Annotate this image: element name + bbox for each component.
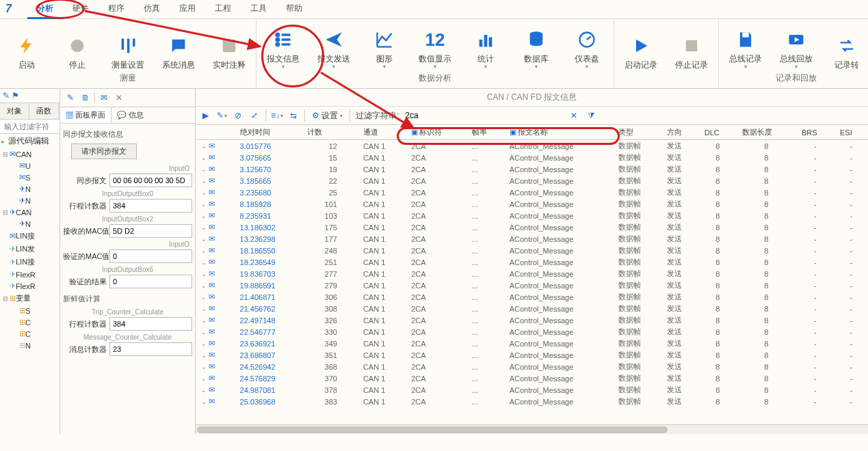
toolbar-bus-record-button[interactable]: 总线记录▾ xyxy=(724,22,767,70)
chevron-down-icon[interactable]: ⌄ xyxy=(201,340,207,347)
menu-工具[interactable]: 工具 xyxy=(241,0,276,19)
sync-msg-input[interactable] xyxy=(109,174,192,187)
chevron-down-icon[interactable]: ⌄ xyxy=(201,352,207,359)
tree-node[interactable]: ✈FlexR xyxy=(1,280,60,292)
table-row[interactable]: ⌄✉ 8.235931 103 CAN 1 2CA ... AControl_M… xyxy=(196,210,868,221)
menu-工程[interactable]: 工程 xyxy=(205,0,241,19)
close-icon[interactable]: ✕ xyxy=(113,92,125,104)
tree-node-child[interactable]: ✈N xyxy=(11,218,60,230)
tab-panel-ui[interactable]: ▦ 面板界面 xyxy=(60,107,111,123)
table-row[interactable]: ⌄✉ 24.987081 378 CAN 1 2CA ... AControl_… xyxy=(196,384,868,396)
chevron-down-icon[interactable]: ⌄ xyxy=(201,305,207,312)
tree-node[interactable]: ✈LIN接 xyxy=(1,256,60,269)
col-header[interactable]: 通道 xyxy=(358,125,406,140)
col-header[interactable]: ▣标识符 xyxy=(406,125,466,140)
envelope-icon[interactable]: ✉ xyxy=(98,92,110,104)
table-row[interactable]: ⌄✉ 18.186550 248 CAN 1 2CA ... AControl_… xyxy=(196,245,868,256)
toolbar-sys-msg-button[interactable]: 系统消息 xyxy=(157,22,200,70)
tree-node-child[interactable]: ⊞S xyxy=(11,305,60,316)
chevron-down-icon[interactable]: ⌄ xyxy=(201,178,207,184)
chevron-down-icon[interactable]: ⌄ xyxy=(201,166,207,173)
tab-object[interactable]: 对象 xyxy=(0,103,29,119)
chevron-down-icon[interactable]: ⌄ xyxy=(201,236,207,243)
chevron-down-icon[interactable]: ⌄ xyxy=(201,364,207,370)
chevron-down-icon[interactable]: ⌄ xyxy=(201,247,207,254)
clear-filter-icon[interactable]: ✕ xyxy=(570,111,577,120)
table-row[interactable]: ⌄✉ 23.686807 351 CAN 1 2CA ... AControl_… xyxy=(196,349,868,361)
settings-button[interactable]: ⚙设置▾ xyxy=(309,110,345,122)
play-icon[interactable]: ▶ xyxy=(198,109,212,122)
tree-node[interactable]: ✈LIN发 xyxy=(1,243,60,256)
table-row[interactable]: ⌄✉ 3.015776 12 CAN 1 2CA ... AControl_Me… xyxy=(196,140,868,152)
tree-search-input[interactable] xyxy=(0,120,60,134)
filter-input[interactable] xyxy=(402,109,580,122)
chevron-down-icon[interactable]: ⌄ xyxy=(201,329,207,336)
toolbar-stats-button[interactable]: 统计▾ xyxy=(464,22,507,70)
chevron-down-icon[interactable]: ⌄ xyxy=(201,154,207,161)
col-header[interactable]: 类型 xyxy=(613,125,661,140)
tab-function[interactable]: 函数 xyxy=(29,103,59,119)
clear-icon[interactable]: ⊘ xyxy=(231,109,245,122)
col-header[interactable]: 方向 xyxy=(661,125,699,140)
chevron-down-icon[interactable]: ⌄ xyxy=(201,387,207,394)
pencil-icon[interactable]: ✎ xyxy=(64,92,77,104)
table-row[interactable]: ⌄✉ 3.185665 22 CAN 1 2CA ... AControl_Me… xyxy=(196,175,868,187)
col-header[interactable]: 绝对时间 xyxy=(235,125,302,140)
expand-icon[interactable]: ⤢ xyxy=(248,109,261,122)
tree-node-child[interactable]: ⊞N xyxy=(11,340,60,351)
flag-icon[interactable]: ⚑ xyxy=(12,91,19,100)
chevron-down-icon[interactable]: ⌄ xyxy=(201,294,207,301)
tree-node[interactable]: ✉LIN接 xyxy=(1,230,60,243)
chevron-down-icon[interactable]: ⌄ xyxy=(201,375,207,382)
chevron-down-icon[interactable]: ⌄ xyxy=(201,282,207,289)
funnel-icon[interactable]: ⧩ xyxy=(588,111,594,120)
toolbar-numeric-button[interactable]: 12数值显示▾ xyxy=(414,22,456,70)
tree-node-child[interactable]: ⊞C xyxy=(11,328,60,340)
table-row[interactable]: ⌄✉ 19.836703 277 CAN 1 2CA ... AControl_… xyxy=(196,268,868,279)
toolbar-msg-info-button[interactable]: 报文信息▾ xyxy=(262,22,304,70)
toolbar-start-button[interactable]: 启动 xyxy=(5,22,48,70)
toolbar-graphics-button[interactable]: 图形▾ xyxy=(363,22,406,70)
sort-icon[interactable]: ≡↓ xyxy=(270,109,284,122)
menu-帮助[interactable]: 帮助 xyxy=(276,0,312,19)
col-header[interactable] xyxy=(196,125,235,140)
table-row[interactable]: ⌄✉ 13.186302 175 CAN 1 2CA ... AControl_… xyxy=(196,221,868,233)
col-header[interactable]: BRS xyxy=(796,125,834,140)
horizontal-scrollbar[interactable] xyxy=(196,424,868,434)
toolbar-database-button[interactable]: 数据库▾ xyxy=(515,22,557,70)
menu-程序[interactable]: 程序 xyxy=(98,0,134,19)
chevron-down-icon[interactable]: ⌄ xyxy=(201,201,207,208)
table-row[interactable]: ⌄✉ 25.036968 383 CAN 1 2CA ... AControl_… xyxy=(196,396,868,407)
tree-node-child[interactable]: ✈N xyxy=(11,195,60,206)
menu-硬件[interactable]: 硬件 xyxy=(63,0,98,19)
toolbar-bus-replay-button[interactable]: 总线回放▾ xyxy=(775,22,817,70)
menu-仿真[interactable]: 仿真 xyxy=(134,0,170,19)
pencil-dd-icon[interactable]: ✎ xyxy=(215,109,228,122)
msg-counter-input[interactable] xyxy=(109,342,192,356)
col-header[interactable]: 帧率 xyxy=(466,125,504,140)
toolbar-msg-send-button[interactable]: 报文发送▾ xyxy=(313,22,355,70)
toolbar-realtime-annot-button[interactable]: 实时注释 xyxy=(208,22,250,70)
tree-node-child[interactable]: ⊞C xyxy=(11,316,60,328)
table-row[interactable]: ⌄✉ 3.125670 19 CAN 1 2CA ... AControl_Me… xyxy=(196,163,868,175)
tree-node-child[interactable]: ✉S xyxy=(11,172,60,183)
col-header[interactable]: ESI xyxy=(834,125,868,140)
chevron-down-icon[interactable]: ⌄ xyxy=(201,259,207,266)
trip-counter2-input[interactable] xyxy=(109,317,192,331)
table-row[interactable]: ⌄✉ 19.886591 279 CAN 1 2CA ... AControl_… xyxy=(196,279,868,291)
verify-mac-input[interactable] xyxy=(109,249,192,263)
toolbar-record-convert-button[interactable]: 记录转 xyxy=(826,22,868,70)
toolbar-start-record-button[interactable]: 启动记录 xyxy=(620,22,662,70)
chevron-down-icon[interactable]: ⌄ xyxy=(201,213,207,219)
col-header[interactable]: 计数 xyxy=(302,125,358,140)
table-row[interactable]: ⌄✉ 23.636921 349 CAN 1 2CA ... AControl_… xyxy=(196,338,868,349)
chevron-down-icon[interactable]: ⌄ xyxy=(201,398,207,405)
table-row[interactable]: ⌄✉ 21.406871 306 CAN 1 2CA ... AControl_… xyxy=(196,291,868,303)
toolbar-dashboard-button[interactable]: 仪表盘▾ xyxy=(566,22,608,70)
request-sync-button[interactable]: 请求同步报文 xyxy=(71,144,137,159)
menu-分析[interactable]: 分析 xyxy=(27,0,63,19)
doc-icon[interactable]: 🗎 xyxy=(79,92,92,104)
table-row[interactable]: ⌄✉ 24.576829 370 CAN 1 2CA ... AControl_… xyxy=(196,372,868,384)
tree-node[interactable]: ⊟✈CAN xyxy=(1,206,60,218)
chevron-down-icon[interactable]: ⌄ xyxy=(201,189,207,196)
